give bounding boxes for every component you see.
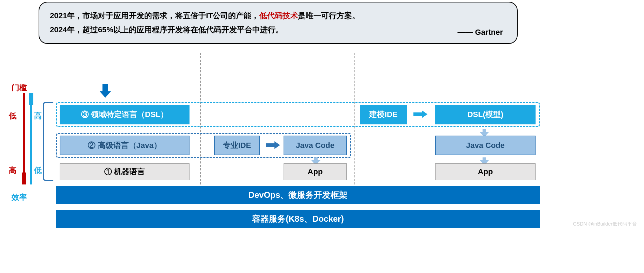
- box-dsl: ③ 领域特定语言（DSL）: [60, 105, 190, 124]
- axis-blue-low: 低: [34, 165, 42, 176]
- quote-highlight: 低代码技术: [259, 11, 298, 20]
- box-java-code: Java Code: [284, 136, 347, 155]
- axis-label-efficiency: 效率: [12, 192, 27, 203]
- quote-text-1c: 是唯一可行方案。: [298, 11, 360, 20]
- quote-line-1: 2021年，市场对于应用开发的需求，将五倍于IT公司的产能，低代码技术是唯一可行…: [50, 9, 506, 23]
- box-k8s: 容器服务(K8s、Docker): [56, 210, 540, 228]
- box-dsl-model: DSL(模型): [435, 105, 536, 124]
- box-machine: ① 机器语言: [60, 163, 190, 180]
- box-model-ide: 建模IDE: [360, 105, 407, 124]
- quote-text-1a: 2021年，市场对于应用开发的需求，将五倍于IT公司的产能，: [50, 11, 259, 20]
- arrow-up-blue-icon: [29, 93, 33, 184]
- quote-box: 2021年，市场对于应用开发的需求，将五倍于IT公司的产能，低代码技术是唯一可行…: [39, 2, 518, 44]
- bracket-icon: [43, 102, 53, 181]
- axis-blue-high: 高: [34, 111, 42, 121]
- axis-area: 门槛 效率 低 高 高 低: [9, 83, 47, 202]
- box-app-2: App: [435, 163, 536, 180]
- arrow-down-icon-1: [98, 84, 112, 100]
- arrow-right-icon-2: [266, 141, 280, 152]
- box-java-code-2: Java Code: [435, 136, 536, 155]
- svg-marker-4: [100, 84, 111, 98]
- watermark: CSDN @inBuilder低代码平台: [573, 221, 637, 227]
- quote-line-2: 2024年，超过65%以上的应用程序开发将在低代码开发平台中进行。: [50, 23, 506, 37]
- box-pro-ide: 专业IDE: [214, 136, 260, 155]
- axis-label-threshold: 门槛: [12, 83, 27, 93]
- quote-source: —— Gartner: [457, 28, 503, 37]
- svg-marker-5: [413, 110, 427, 118]
- axis-red-low: 低: [9, 111, 16, 121]
- svg-marker-7: [266, 141, 280, 149]
- box-devops: DevOps、微服务开发框架: [56, 186, 540, 204]
- box-app-1: App: [284, 163, 347, 180]
- arrow-down-red-icon: [22, 93, 26, 184]
- arrow-right-icon-1: [413, 110, 427, 121]
- axis-red-high: 高: [9, 165, 16, 176]
- box-java: ② 高级语言（Java）: [60, 136, 190, 155]
